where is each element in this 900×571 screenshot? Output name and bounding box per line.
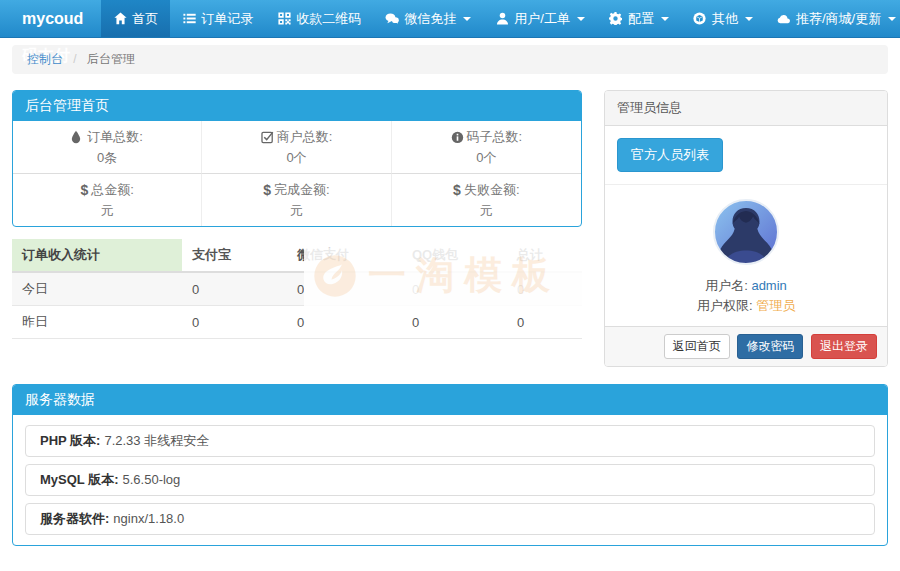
server-item-php: PHP 版本:7.2.33 非线程安全 <box>25 425 875 457</box>
role-badge: 管理员 <box>756 298 795 313</box>
user-icon <box>495 12 509 26</box>
dashboard-panel-title: 后台管理首页 <box>13 91 581 121</box>
breadcrumb-separator: / <box>73 52 76 66</box>
nav-item-order-records[interactable]: 订单记录 <box>170 0 265 37</box>
username-row: 用户名: admin <box>617 276 875 296</box>
change-password-button[interactable]: 修改密码 <box>737 334 803 359</box>
brand-title: mycoud码支付 <box>0 0 101 37</box>
breadcrumb-home-link[interactable]: 控制台 <box>27 52 63 66</box>
stat-code-total: 码子总数: 0个 <box>392 121 581 174</box>
stat-value: 0个 <box>396 149 577 167</box>
server-panel: 服务器数据 PHP 版本:7.2.33 非线程安全 MySQL 版本:5.6.5… <box>12 384 888 546</box>
income-table-header-row: 订单收入统计 支付宝 微信支付 QQ钱包 总计 <box>12 239 582 272</box>
stat-total-amount: $总金额: 元 <box>13 174 202 226</box>
list-icon <box>182 12 196 26</box>
server-panel-title: 服务器数据 <box>13 385 887 415</box>
wechat-icon <box>385 12 399 26</box>
cell-value: 0 <box>182 272 287 306</box>
nav-item-other[interactable]: 其他 <box>681 0 765 37</box>
nav-item-config[interactable]: 配置 <box>597 0 681 37</box>
stat-merchant-total: 商户总数: 0个 <box>202 121 391 174</box>
cell-value: 0 <box>402 272 507 306</box>
info-circle-icon <box>451 130 464 144</box>
qrcode-icon <box>277 12 291 26</box>
chevron-down-icon <box>745 17 753 21</box>
main-nav: 首页 订单记录 收款二维码 微信免挂 用户/工单 配置 <box>101 0 900 37</box>
dollar-icon: $ <box>80 182 88 198</box>
cube-circle-icon <box>693 12 707 26</box>
stat-value: 元 <box>206 202 386 220</box>
back-home-button[interactable]: 返回首页 <box>664 334 730 359</box>
dollar-icon: $ <box>263 182 271 198</box>
admin-panel: 管理员信息 官方人员列表 <box>604 90 888 367</box>
dashboard-panel: 后台管理首页 订单总数: 0条 商户总数: 0个 码子总数: 0个 <box>12 90 582 227</box>
cell-value: 0 <box>287 272 402 306</box>
nav-item-wechat-free[interactable]: 微信免挂 <box>373 0 483 37</box>
cell-value: 0 <box>507 306 582 339</box>
breadcrumb: 控制台 / 后台管理 <box>12 45 888 74</box>
stat-completed-amount: $完成金额: 元 <box>202 174 391 226</box>
dollar-icon: $ <box>453 182 461 198</box>
home-icon <box>113 12 127 26</box>
admin-panel-footer: 返回首页 修改密码 退出登录 <box>605 326 887 366</box>
stats-grid: 订单总数: 0条 商户总数: 0个 码子总数: 0个 $总金额: 元 <box>13 121 581 226</box>
username-value[interactable]: admin <box>751 278 786 293</box>
col-alipay: 支付宝 <box>182 239 287 272</box>
cell-value: 0 <box>402 306 507 339</box>
role-row: 用户权限: 管理员 <box>617 296 875 316</box>
stat-order-total: 订单总数: 0条 <box>13 121 202 174</box>
nav-item-users-tickets[interactable]: 用户/工单 <box>483 0 597 37</box>
cell-value: 0 <box>287 306 402 339</box>
gear-icon <box>609 12 623 26</box>
stat-value: 0个 <box>206 149 386 167</box>
server-item-mysql: MySQL 版本:5.6.50-log <box>25 464 875 496</box>
stat-failed-amount: $失败金额: 元 <box>392 174 581 226</box>
check-square-icon <box>261 130 274 144</box>
breadcrumb-current: 后台管理 <box>87 52 135 66</box>
table-row-yesterday: 昨日 0 0 0 0 <box>12 306 582 339</box>
admin-panel-title: 管理员信息 <box>605 91 887 126</box>
cloud-icon <box>777 12 791 26</box>
chevron-down-icon <box>888 17 896 21</box>
income-table: 订单收入统计 支付宝 微信支付 QQ钱包 总计 今日 0 0 0 0 <box>12 239 582 339</box>
top-navbar: mycoud码支付 首页 订单记录 收款二维码 微信免挂 用户/工单 <box>0 0 900 38</box>
chevron-down-icon <box>577 17 585 21</box>
avatar <box>713 199 779 265</box>
nav-item-recommend-shop-update[interactable]: 推荐/商城/更新 <box>765 0 900 37</box>
chevron-down-icon <box>661 17 669 21</box>
table-row-today: 今日 0 0 0 0 <box>12 272 582 306</box>
cell-value: 0 <box>507 272 582 306</box>
stat-value: 0条 <box>17 149 197 167</box>
server-item-software: 服务器软件:nginx/1.18.0 <box>25 503 875 535</box>
drop-icon <box>71 130 84 144</box>
stat-value: 元 <box>396 202 577 220</box>
col-total: 总计 <box>507 239 582 272</box>
row-label: 今日 <box>12 272 182 306</box>
admin-column: 管理员信息 官方人员列表 <box>604 90 888 367</box>
cell-value: 0 <box>182 306 287 339</box>
col-qq-wallet: QQ钱包 <box>402 239 507 272</box>
dashboard-column: 后台管理首页 订单总数: 0条 商户总数: 0个 码子总数: 0个 <box>12 90 582 339</box>
logout-button[interactable]: 退出登录 <box>811 334 877 359</box>
nav-item-qrcode[interactable]: 收款二维码 <box>265 0 373 37</box>
official-staff-list-button[interactable]: 官方人员列表 <box>617 138 723 172</box>
income-table-title: 订单收入统计 <box>12 239 182 272</box>
row-label: 昨日 <box>12 306 182 339</box>
chevron-down-icon <box>463 17 471 21</box>
stat-value: 元 <box>17 202 197 220</box>
col-wechat-pay: 微信支付 <box>287 239 402 272</box>
nav-item-home[interactable]: 首页 <box>101 0 170 37</box>
